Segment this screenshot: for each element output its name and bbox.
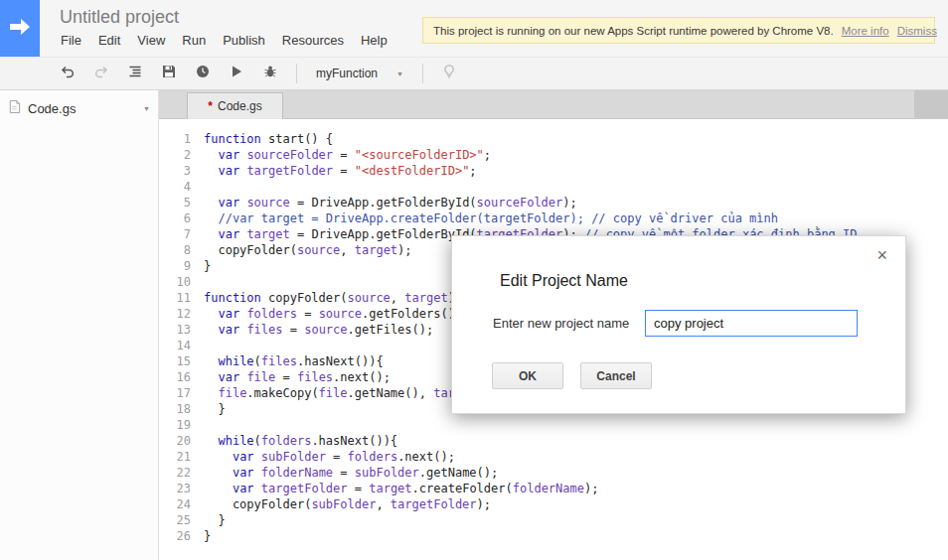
debug-button[interactable] (257, 62, 283, 85)
menu-resources[interactable]: Resources (282, 33, 344, 48)
file-menu-caret-icon[interactable]: ▼ (143, 105, 150, 112)
line-number: 11 (159, 290, 191, 306)
ok-button[interactable]: OK (492, 362, 563, 389)
dialog-title: Edit Project Name (500, 272, 628, 290)
code-text: var targetFolder = target.createFolder(f… (204, 481, 598, 496)
code-line: 26} (159, 528, 948, 544)
menu-run[interactable]: Run (182, 33, 206, 48)
play-icon (229, 64, 244, 83)
scrollbar-corner (914, 90, 948, 118)
line-number: 16 (159, 369, 191, 385)
code-text: var files = source.getFiles(); (204, 322, 433, 338)
code-line: 19 (159, 417, 948, 433)
cancel-button[interactable]: Cancel (580, 362, 652, 389)
line-number: 23 (159, 481, 191, 496)
line-number: 25 (159, 512, 191, 528)
menu-bar: FileEditViewRunPublishResourcesHelp (61, 33, 388, 48)
redo-button[interactable] (88, 62, 114, 85)
code-text: } (204, 401, 226, 417)
line-number: 12 (159, 306, 191, 322)
line-number: 15 (159, 353, 191, 369)
line-number: 26 (159, 528, 191, 544)
code-text: copyFolder(source, target); (204, 242, 412, 258)
apps-script-logo (0, 0, 40, 57)
line-number: 24 (159, 496, 191, 512)
code-line: 6 //var target = DriveApp.createFolder(t… (159, 210, 948, 226)
code-text: } (204, 258, 211, 274)
code-line: 2 var sourceFolder = "<sourceFolderID>"; (159, 147, 948, 163)
code-line: 4 (159, 179, 948, 195)
run-button[interactable] (224, 62, 249, 85)
code-text: file.makeCopy(file.getName(), target); (204, 385, 491, 401)
line-number: 22 (159, 465, 191, 481)
line-number: 10 (159, 274, 191, 290)
indentation-button[interactable] (122, 62, 148, 85)
code-text: var file = files.next(); (204, 369, 391, 385)
toolbar-separator (422, 64, 423, 83)
v8-runtime-banner: This project is running on our new Apps … (422, 17, 935, 44)
save-icon (161, 64, 177, 83)
line-number: 8 (159, 242, 191, 258)
indentation-icon (127, 64, 143, 83)
hints-button[interactable] (436, 62, 462, 85)
code-text: while(folders.hasNext()){ (204, 433, 397, 449)
line-number: 5 (159, 195, 191, 210)
banner-dismiss-link[interactable]: Dismiss (897, 25, 937, 37)
file-item-code-gs[interactable]: Code.gs ▼ (0, 95, 158, 121)
close-icon[interactable]: × (876, 246, 887, 264)
chevron-down-icon: ▼ (396, 70, 403, 77)
code-line: 25 } (159, 512, 948, 528)
code-line: 20 while(folders.hasNext()){ (159, 433, 948, 449)
banner-message: This project is running on our new Apps … (433, 25, 834, 37)
project-name-label: Enter new project name (493, 316, 645, 331)
tab-label: Code.gs (218, 99, 262, 113)
line-number: 1 (159, 131, 191, 147)
line-number: 17 (159, 385, 191, 401)
code-line: 22 var folderName = subFolder.getName(); (159, 465, 948, 481)
line-number: 18 (159, 401, 191, 417)
execution-transcript-button[interactable] (190, 62, 216, 85)
menu-publish[interactable]: Publish (223, 33, 265, 48)
unsaved-marker: * (208, 99, 213, 113)
line-number: 6 (159, 210, 191, 226)
banner-more-info-link[interactable]: More info (842, 25, 889, 37)
menu-help[interactable]: Help (361, 33, 388, 48)
code-text: var sourceFolder = "<sourceFolderID>"; (204, 147, 491, 163)
function-select[interactable]: myFunction ▼ (310, 62, 409, 85)
code-line: 1function start() { (159, 131, 948, 147)
menu-file[interactable]: File (61, 33, 81, 48)
line-number: 9 (159, 258, 191, 274)
dialog-form-row: Enter new project name (493, 310, 858, 337)
line-number: 7 (159, 226, 191, 242)
undo-button[interactable] (55, 62, 80, 85)
toolbar-separator (296, 64, 297, 83)
code-line: 21 var subFolder = folders.next(); (159, 449, 948, 465)
project-name-input[interactable] (645, 310, 858, 337)
tab-code-gs[interactable]: * Code.gs (187, 92, 283, 119)
code-text: } (204, 528, 211, 544)
code-line: 5 var source = DriveApp.getFolderById(so… (159, 195, 948, 210)
code-text: function copyFolder(source, target) { (204, 290, 469, 306)
menu-edit[interactable]: Edit (98, 33, 120, 48)
clock-icon (195, 64, 211, 83)
file-name: Code.gs (28, 101, 76, 116)
undo-icon (60, 64, 76, 83)
dialog-buttons: OK Cancel (492, 362, 652, 389)
code-text: } (204, 512, 226, 528)
project-title[interactable]: Untitled project (60, 7, 179, 28)
line-number: 14 (159, 338, 191, 353)
save-button[interactable] (156, 62, 182, 85)
toolbar: myFunction ▼ (0, 57, 948, 90)
code-text: while(files.hasNext()){ (204, 353, 384, 369)
code-line: 3 var targetFolder = "<destFolderID>"; (159, 163, 948, 179)
line-number: 20 (159, 433, 191, 449)
top-bar: Untitled project FileEditViewRunPublishR… (0, 0, 948, 57)
line-number: 2 (159, 147, 191, 163)
code-line: 23 var targetFolder = target.createFolde… (159, 481, 948, 496)
redo-icon (93, 64, 109, 83)
code-text: var subFolder = folders.next(); (204, 449, 455, 465)
code-line: 24 copyFolder(subFolder, targetFolder); (159, 496, 948, 512)
menu-view[interactable]: View (137, 33, 165, 48)
lightbulb-icon (441, 64, 457, 83)
line-number: 21 (159, 449, 191, 465)
